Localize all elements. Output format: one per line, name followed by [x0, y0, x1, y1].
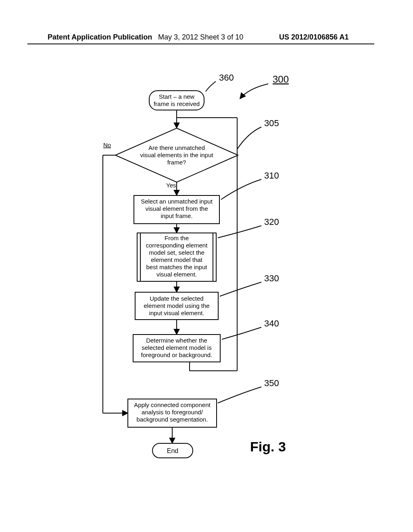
- node-cc-line2: analysis to foreground/: [142, 409, 203, 416]
- node-determine-line2: selected element model is: [142, 344, 211, 351]
- node-decision-line2: visual elements in the input: [140, 152, 214, 158]
- figure-ref-overall: 300: [273, 74, 289, 85]
- label-select-model: 320: [264, 217, 279, 227]
- label-select-unmatched: 310: [264, 170, 279, 181]
- node-start-line1: Start – a new: [159, 93, 195, 100]
- label-no: No: [103, 141, 111, 148]
- flowchart: 300 Start – a new frame is received 360 …: [0, 60, 413, 532]
- node-determine-line1: Determine whether the: [146, 337, 207, 344]
- node-end-text: End: [167, 447, 178, 454]
- node-start-line2: frame is received: [154, 100, 200, 107]
- node-cc-line1: Apply connected component: [134, 401, 211, 408]
- node-update-model-line3: input visual element.: [149, 310, 204, 316]
- label-yes: Yes: [166, 182, 176, 189]
- node-select-model-line2: corresponding element: [146, 242, 208, 249]
- label-connected-comp: 350: [264, 378, 279, 388]
- header-rule: [27, 44, 374, 44]
- node-select-model-line6: visual element.: [156, 271, 197, 278]
- node-select-unmatched-line2: visual element from the: [145, 205, 208, 212]
- node-select-unmatched-line1: Select an unmatched input: [141, 198, 213, 205]
- node-determine-line3: foreground or background.: [141, 351, 213, 358]
- figure-caption: Fig. 3: [250, 439, 286, 454]
- publication-number: US 2012/0106856 A1: [279, 33, 348, 42]
- node-select-unmatched-line3: input frame.: [161, 212, 192, 219]
- label-update-model: 330: [264, 273, 279, 283]
- label-start: 360: [219, 73, 234, 83]
- node-update-model-line1: Update the selected: [150, 295, 203, 302]
- node-decision-line1: Are there unmatched: [148, 144, 205, 151]
- node-select-model-line4: element model that: [151, 256, 202, 263]
- node-select-model-line1: From the: [165, 235, 189, 241]
- publication-type: Patent Application Publication: [48, 33, 152, 42]
- node-update-model-line2: element model using the: [144, 302, 209, 309]
- node-decision-line3: frame?: [167, 159, 186, 166]
- node-cc-line3: background segmentation.: [137, 416, 208, 423]
- node-select-model-line3: model set, select the: [149, 249, 204, 256]
- node-select-model-line5: best matches the input: [146, 264, 208, 270]
- label-decision: 305: [264, 118, 279, 128]
- date-sheet: May 3, 2012 Sheet 3 of 10: [158, 33, 243, 42]
- label-determine: 340: [264, 318, 279, 328]
